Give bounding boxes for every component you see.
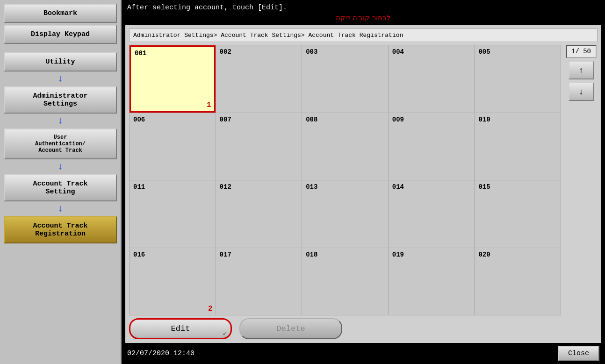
cell-number-001: 001: [135, 50, 210, 57]
grid-cell-002[interactable]: 002: [216, 45, 302, 113]
delete-button[interactable]: Delete: [239, 318, 342, 339]
edit-button[interactable]: Edit: [129, 318, 232, 339]
arrow-down-icon-4: ↓: [4, 203, 117, 214]
cell-number-020: 020: [478, 251, 557, 258]
grid-cell-014[interactable]: 014: [389, 180, 475, 248]
arrow-down-icon-3: ↓: [4, 161, 117, 172]
grid-cell-015[interactable]: 015: [475, 180, 561, 248]
sidebar-item-admin-settings[interactable]: AdministratorSettings: [4, 86, 117, 114]
cell-number-019: 019: [392, 251, 471, 258]
instruction-text: After selecting account, touch [Edit].: [122, 0, 605, 13]
sidebar-item-account-track-registration[interactable]: Account TrackRegistration: [4, 216, 117, 243]
sidebar-item-account-track-setting[interactable]: Account TrackSetting: [4, 174, 117, 201]
cell-number-015: 015: [478, 183, 557, 191]
hebrew-text: לבחור קוביה ריקה: [122, 13, 605, 25]
grid-section: 0011002003004005006007008009010011012013…: [129, 45, 598, 339]
grid-cell-017[interactable]: 017: [216, 248, 302, 315]
cell-number-002: 002: [220, 48, 298, 56]
grid-container: 0011002003004005006007008009010011012013…: [129, 45, 561, 339]
cell-number-003: 003: [306, 48, 384, 56]
grid-cell-009[interactable]: 009: [389, 113, 475, 180]
sidebar-item-display-keypad[interactable]: Display Keypad: [4, 25, 117, 44]
grid-cell-001[interactable]: 0011: [130, 45, 216, 113]
cell-number-006: 006: [133, 116, 212, 123]
cell-number-018: 018: [306, 251, 384, 258]
page-up-button[interactable]: ↑: [569, 61, 594, 79]
datetime-label: 02/07/2020 12:40: [127, 350, 194, 357]
cell-number-016: 016: [133, 251, 212, 258]
cell-number-009: 009: [392, 116, 471, 123]
cell-number-010: 010: [478, 116, 557, 123]
cell-annotation-001: 1: [207, 101, 211, 109]
cell-annotation-016: 2: [208, 305, 213, 313]
cell-number-011: 011: [133, 183, 212, 191]
breadcrumb: Administrator Settings> Account Track Se…: [129, 29, 598, 42]
grid-cell-003[interactable]: 003: [302, 45, 388, 113]
grid-cell-020[interactable]: 020: [475, 248, 561, 315]
grid-cell-004[interactable]: 004: [389, 45, 475, 113]
page-down-button[interactable]: ↓: [569, 82, 594, 101]
sidebar: Bookmark Display Keypad Utility ↓ Admini…: [0, 0, 122, 364]
grid-cell-005[interactable]: 005: [475, 45, 561, 113]
grid-cell-011[interactable]: 011: [130, 180, 216, 248]
sidebar-item-utility[interactable]: Utility: [4, 52, 117, 71]
grid-cell-013[interactable]: 013: [302, 180, 388, 248]
grid-cell-012[interactable]: 012: [216, 180, 302, 248]
cell-number-008: 008: [306, 116, 384, 123]
grid-cell-019[interactable]: 019: [389, 248, 475, 315]
cell-number-014: 014: [392, 183, 471, 191]
main-panel: Administrator Settings> Account Track Se…: [125, 25, 601, 343]
page-indicator: 1/ 50: [566, 45, 597, 58]
arrow-down-icon-1: ↓: [4, 73, 117, 85]
cell-number-017: 017: [220, 251, 298, 258]
grid-cell-007[interactable]: 007: [216, 113, 302, 180]
grid-cell-016[interactable]: 0162: [130, 248, 216, 315]
grid-cell-018[interactable]: 018: [302, 248, 388, 315]
grid-cell-010[interactable]: 010: [475, 113, 561, 180]
action-row: Edit Delete: [129, 315, 561, 339]
grid-cell-006[interactable]: 006: [130, 113, 216, 180]
cell-number-007: 007: [220, 116, 298, 123]
sidebar-item-bookmark[interactable]: Bookmark: [4, 4, 117, 23]
sidebar-item-user-auth[interactable]: UserAuthentication/Account Track: [4, 128, 117, 159]
cell-number-005: 005: [478, 48, 557, 56]
pagination-controls: 1/ 50 ↑ ↓: [565, 45, 598, 339]
content-area: After selecting account, touch [Edit]. ל…: [122, 0, 605, 364]
grid-cell-008[interactable]: 008: [302, 113, 388, 180]
arrow-down-icon-2: ↓: [4, 115, 117, 127]
cell-number-012: 012: [220, 183, 298, 191]
cell-number-013: 013: [306, 183, 384, 191]
account-grid: 0011002003004005006007008009010011012013…: [129, 45, 561, 315]
close-button[interactable]: Close: [558, 346, 599, 361]
cell-number-004: 004: [392, 48, 471, 56]
status-bar: 02/07/2020 12:40 Close: [122, 343, 605, 364]
